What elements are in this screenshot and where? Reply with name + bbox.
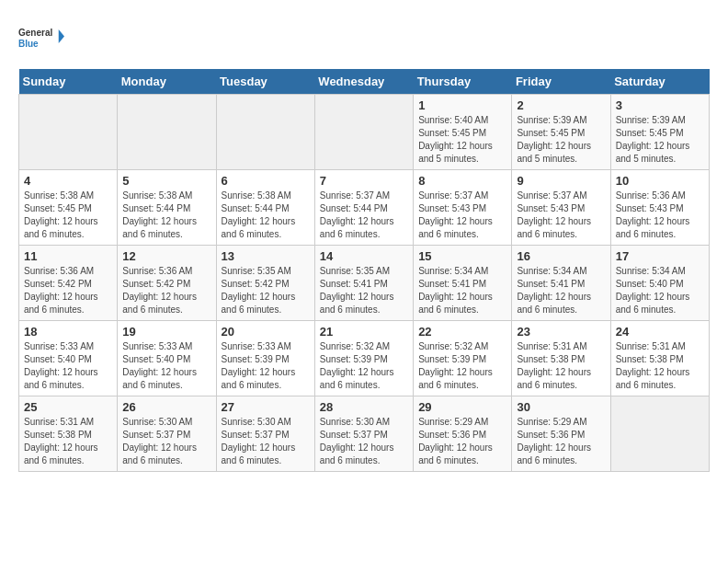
day-info: Sunrise: 5:36 AMSunset: 5:42 PMDaylight:… (122, 265, 210, 316)
day-number: 22 (418, 325, 506, 339)
day-info: Sunrise: 5:37 AMSunset: 5:43 PMDaylight:… (517, 190, 605, 241)
calendar-cell: 17Sunrise: 5:34 AMSunset: 5:40 PMDayligh… (610, 246, 709, 321)
day-number: 14 (320, 249, 408, 263)
day-number: 23 (517, 325, 605, 339)
day-number: 17 (616, 249, 704, 263)
calendar-cell: 10Sunrise: 5:36 AMSunset: 5:43 PMDayligh… (610, 170, 709, 246)
calendar-cell: 27Sunrise: 5:30 AMSunset: 5:37 PMDayligh… (216, 396, 314, 472)
day-info: Sunrise: 5:38 AMSunset: 5:45 PMDaylight:… (24, 190, 112, 241)
day-number: 26 (122, 400, 210, 414)
day-number: 27 (222, 400, 310, 414)
day-info: Sunrise: 5:29 AMSunset: 5:36 PMDaylight:… (517, 416, 605, 467)
day-info: Sunrise: 5:35 AMSunset: 5:42 PMDaylight:… (222, 265, 310, 316)
calendar-cell (118, 95, 216, 170)
day-number: 29 (418, 400, 506, 414)
day-info: Sunrise: 5:38 AMSunset: 5:44 PMDaylight:… (222, 190, 310, 241)
day-number: 10 (616, 174, 704, 188)
calendar-cell: 2Sunrise: 5:39 AMSunset: 5:45 PMDaylight… (512, 95, 610, 170)
calendar-cell (216, 95, 314, 170)
calendar-cell: 1Sunrise: 5:40 AMSunset: 5:45 PMDaylight… (414, 95, 512, 170)
day-info: Sunrise: 5:33 AMSunset: 5:40 PMDaylight:… (122, 340, 210, 392)
day-info: Sunrise: 5:30 AMSunset: 5:37 PMDaylight:… (122, 416, 210, 467)
calendar-week-3: 18Sunrise: 5:33 AMSunset: 5:40 PMDayligh… (19, 321, 710, 396)
calendar-cell: 21Sunrise: 5:32 AMSunset: 5:39 PMDayligh… (314, 321, 413, 396)
header-tuesday: Tuesday (216, 69, 314, 95)
calendar-table: SundayMondayTuesdayWednesdayThursdayFrid… (18, 69, 710, 472)
calendar-cell: 28Sunrise: 5:30 AMSunset: 5:37 PMDayligh… (314, 396, 413, 472)
calendar-cell: 11Sunrise: 5:36 AMSunset: 5:42 PMDayligh… (19, 246, 118, 321)
header-saturday: Saturday (610, 69, 709, 95)
logo: General Blue (18, 18, 64, 60)
calendar-cell: 25Sunrise: 5:31 AMSunset: 5:38 PMDayligh… (19, 396, 118, 472)
day-info: Sunrise: 5:37 AMSunset: 5:43 PMDaylight:… (418, 190, 506, 241)
day-number: 7 (320, 174, 408, 188)
day-info: Sunrise: 5:31 AMSunset: 5:38 PMDaylight:… (517, 340, 605, 392)
header-thursday: Thursday (414, 69, 512, 95)
calendar-cell: 24Sunrise: 5:31 AMSunset: 5:38 PMDayligh… (610, 321, 709, 396)
day-number: 6 (222, 174, 310, 188)
header-sunday: Sunday (19, 69, 118, 95)
day-info: Sunrise: 5:36 AMSunset: 5:43 PMDaylight:… (616, 190, 704, 241)
calendar-cell: 12Sunrise: 5:36 AMSunset: 5:42 PMDayligh… (118, 246, 216, 321)
day-number: 12 (122, 249, 210, 263)
calendar-cell (610, 396, 709, 472)
calendar-week-2: 11Sunrise: 5:36 AMSunset: 5:42 PMDayligh… (19, 246, 710, 321)
day-number: 11 (24, 249, 112, 263)
calendar-cell: 7Sunrise: 5:37 AMSunset: 5:44 PMDaylight… (314, 170, 413, 246)
calendar-cell (314, 95, 413, 170)
calendar-cell: 19Sunrise: 5:33 AMSunset: 5:40 PMDayligh… (118, 321, 216, 396)
calendar-cell: 22Sunrise: 5:32 AMSunset: 5:39 PMDayligh… (414, 321, 512, 396)
header-wednesday: Wednesday (314, 69, 413, 95)
calendar-cell: 26Sunrise: 5:30 AMSunset: 5:37 PMDayligh… (118, 396, 216, 472)
calendar-header-row: SundayMondayTuesdayWednesdayThursdayFrid… (19, 69, 710, 95)
day-number: 1 (418, 98, 506, 112)
day-number: 30 (517, 400, 605, 414)
day-info: Sunrise: 5:38 AMSunset: 5:44 PMDaylight:… (122, 190, 210, 241)
day-info: Sunrise: 5:34 AMSunset: 5:40 PMDaylight:… (616, 265, 704, 316)
page-header: General Blue (18, 18, 710, 60)
calendar-cell: 14Sunrise: 5:35 AMSunset: 5:41 PMDayligh… (314, 246, 413, 321)
day-info: Sunrise: 5:33 AMSunset: 5:39 PMDaylight:… (222, 340, 310, 392)
header-monday: Monday (118, 69, 216, 95)
day-number: 8 (418, 174, 506, 188)
day-info: Sunrise: 5:39 AMSunset: 5:45 PMDaylight:… (616, 114, 704, 166)
calendar-cell (19, 95, 118, 170)
calendar-cell: 29Sunrise: 5:29 AMSunset: 5:36 PMDayligh… (414, 396, 512, 472)
day-info: Sunrise: 5:35 AMSunset: 5:41 PMDaylight:… (320, 265, 408, 316)
day-number: 25 (24, 400, 112, 414)
day-number: 3 (616, 98, 704, 112)
day-info: Sunrise: 5:33 AMSunset: 5:40 PMDaylight:… (24, 340, 112, 392)
day-number: 15 (418, 249, 506, 263)
calendar-cell: 4Sunrise: 5:38 AMSunset: 5:45 PMDaylight… (19, 170, 118, 246)
calendar-cell: 20Sunrise: 5:33 AMSunset: 5:39 PMDayligh… (216, 321, 314, 396)
day-info: Sunrise: 5:30 AMSunset: 5:37 PMDaylight:… (222, 416, 310, 467)
calendar-cell: 30Sunrise: 5:29 AMSunset: 5:36 PMDayligh… (512, 396, 610, 472)
day-number: 2 (517, 98, 605, 112)
day-info: Sunrise: 5:39 AMSunset: 5:45 PMDaylight:… (517, 114, 605, 166)
day-number: 28 (320, 400, 408, 414)
day-info: Sunrise: 5:29 AMSunset: 5:36 PMDaylight:… (418, 416, 506, 467)
day-info: Sunrise: 5:31 AMSunset: 5:38 PMDaylight:… (24, 416, 112, 467)
day-info: Sunrise: 5:36 AMSunset: 5:42 PMDaylight:… (24, 265, 112, 316)
calendar-cell: 13Sunrise: 5:35 AMSunset: 5:42 PMDayligh… (216, 246, 314, 321)
day-number: 18 (24, 325, 112, 339)
day-number: 16 (517, 249, 605, 263)
header-friday: Friday (512, 69, 610, 95)
day-info: Sunrise: 5:37 AMSunset: 5:44 PMDaylight:… (320, 190, 408, 241)
calendar-cell: 9Sunrise: 5:37 AMSunset: 5:43 PMDaylight… (512, 170, 610, 246)
day-number: 19 (122, 325, 210, 339)
day-number: 21 (320, 325, 408, 339)
day-info: Sunrise: 5:40 AMSunset: 5:45 PMDaylight:… (418, 114, 506, 166)
day-number: 20 (222, 325, 310, 339)
day-info: Sunrise: 5:34 AMSunset: 5:41 PMDaylight:… (517, 265, 605, 316)
day-number: 5 (122, 174, 210, 188)
calendar-cell: 3Sunrise: 5:39 AMSunset: 5:45 PMDaylight… (610, 95, 709, 170)
calendar-week-0: 1Sunrise: 5:40 AMSunset: 5:45 PMDaylight… (19, 95, 710, 170)
logo-svg: General Blue (18, 18, 64, 60)
calendar-cell: 8Sunrise: 5:37 AMSunset: 5:43 PMDaylight… (414, 170, 512, 246)
day-info: Sunrise: 5:30 AMSunset: 5:37 PMDaylight:… (320, 416, 408, 467)
calendar-cell: 23Sunrise: 5:31 AMSunset: 5:38 PMDayligh… (512, 321, 610, 396)
day-info: Sunrise: 5:32 AMSunset: 5:39 PMDaylight:… (320, 340, 408, 392)
day-info: Sunrise: 5:32 AMSunset: 5:39 PMDaylight:… (418, 340, 506, 392)
day-info: Sunrise: 5:31 AMSunset: 5:38 PMDaylight:… (616, 340, 704, 392)
